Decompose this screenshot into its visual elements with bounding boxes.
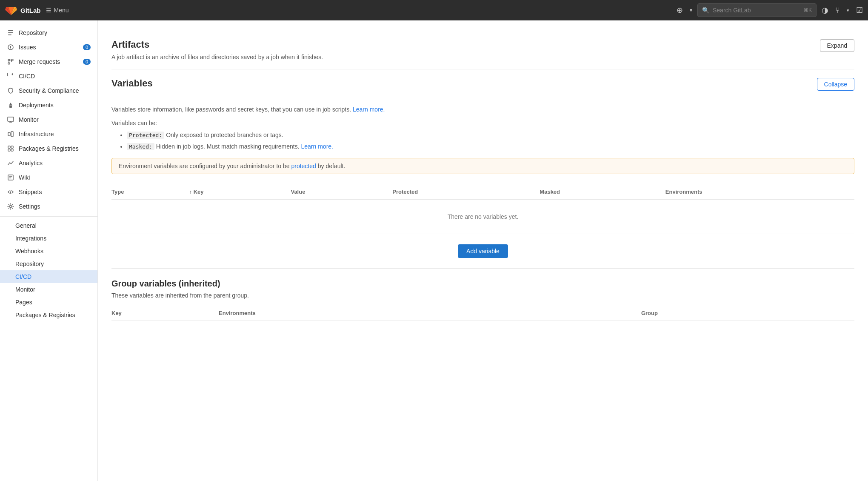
sidebar: Repository Issues 0 Merge requests 0 CI/… [0, 20, 98, 481]
group-variables-description: These variables are inherited from the p… [111, 292, 854, 299]
sidebar-sub-webhooks[interactable]: Webhooks [0, 245, 97, 258]
sidebar-item-merge-requests[interactable]: Merge requests 0 [0, 54, 97, 69]
menu-toggle[interactable]: ☰ Menu [46, 7, 69, 14]
artifacts-header: Artifacts A job artifact is an archive o… [111, 31, 854, 69]
sidebar-sub-repository[interactable]: Repository [0, 258, 97, 270]
artifacts-section: Artifacts A job artifact is an archive o… [111, 31, 854, 69]
sidebar-item-security[interactable]: Security & Compliance [0, 83, 97, 98]
gitlab-logo[interactable]: GitLab [5, 4, 41, 16]
sidebar-item-deployments[interactable]: Deployments [0, 98, 97, 112]
merge-request-icon[interactable]: ⑂ [835, 6, 840, 15]
svg-point-19 [10, 206, 12, 208]
svg-rect-14 [8, 146, 10, 148]
issues-icon [7, 43, 14, 51]
masked-code: Masked: [127, 143, 154, 150]
sidebar-sub-packages[interactable]: Packages & Registries [0, 309, 97, 321]
group-variables-section: Group variables (inherited) These variab… [111, 275, 854, 321]
col-protected: Protected [387, 184, 534, 200]
chevron-down-icon[interactable]: ▾ [690, 7, 692, 13]
variables-empty-row: There are no variables yet. [111, 200, 854, 234]
group-col-environments: Environments [214, 306, 636, 321]
sidebar-sub-monitor[interactable]: Monitor [0, 283, 97, 296]
search-icon: 🔍 [702, 7, 709, 14]
svg-rect-10 [9, 106, 12, 108]
theme-icon[interactable]: ◑ [822, 6, 828, 15]
sidebar-divider [0, 216, 97, 217]
artifacts-description: A job artifact is an archive of files an… [111, 54, 323, 60]
merge-requests-icon [7, 58, 14, 66]
col-masked: Masked [534, 184, 660, 200]
variables-table: Type ↑ Key Value Protected Masked Enviro… [111, 184, 854, 234]
shield-icon [7, 87, 14, 94]
add-icon[interactable]: ⊕ [677, 6, 683, 15]
key-sort-icon: ↑ [189, 189, 192, 195]
protected-code: Protected: [127, 132, 164, 139]
sidebar-item-snippets[interactable]: Snippets [0, 185, 97, 199]
protected-link[interactable]: protected [291, 163, 316, 169]
variables-bullets-list: Protected: Only exposed to protected bra… [111, 131, 854, 151]
variables-description: Variables store information, like passwo… [111, 106, 854, 113]
infrastructure-icon [7, 130, 14, 138]
variables-table-head: Type ↑ Key Value Protected Masked Enviro… [111, 184, 854, 234]
sidebar-item-repository[interactable]: Repository [0, 26, 97, 40]
repository-icon [7, 29, 14, 37]
search-input[interactable] [713, 7, 800, 14]
variables-empty-message: There are no variables yet. [111, 200, 854, 234]
variables-collapse-button[interactable]: Collapse [817, 78, 854, 91]
group-variables-header-row: Key Environments Group [111, 306, 854, 321]
todo-icon[interactable]: ☑ [856, 6, 863, 15]
sidebar-item-packages[interactable]: Packages & Registries [0, 141, 97, 156]
col-key[interactable]: ↑ Key [184, 184, 286, 200]
sidebar-item-monitor[interactable]: Monitor [0, 112, 97, 127]
svg-point-6 [8, 59, 10, 61]
deployments-icon [7, 101, 14, 109]
settings-icon [7, 203, 14, 210]
chevron-merge-icon[interactable]: ▾ [847, 8, 849, 13]
variables-bullet-masked: Masked: Hidden in job logs. Must match m… [127, 142, 854, 151]
search-bar[interactable]: 🔍 ⌘K [697, 3, 817, 17]
variables-list-intro: Variables can be: [111, 120, 854, 126]
sidebar-item-infrastructure[interactable]: Infrastructure [0, 127, 97, 141]
add-variable-button[interactable]: Add variable [458, 244, 508, 258]
sidebar-item-settings[interactable]: Settings [0, 199, 97, 214]
sidebar-sub-pages[interactable]: Pages [0, 296, 97, 309]
artifacts-header-left: Artifacts A job artifact is an archive o… [111, 39, 323, 60]
svg-rect-12 [8, 132, 10, 136]
sidebar-item-issues[interactable]: Issues 0 [0, 40, 97, 54]
variables-alert: Environment variables are configured by … [111, 158, 854, 174]
sidebar-item-cicd[interactable]: CI/CD [0, 69, 97, 83]
svg-rect-4 [10, 46, 11, 48]
svg-rect-16 [8, 149, 10, 151]
masked-learn-more-link[interactable]: Learn more. [301, 143, 333, 150]
snippets-icon [7, 188, 14, 196]
issues-badge: 0 [83, 44, 91, 50]
variables-bullet-protected: Protected: Only exposed to protected bra… [127, 131, 854, 140]
main-content: Artifacts A job artifact is an archive o… [98, 20, 868, 481]
variables-learn-more-link[interactable]: Learn more. [353, 106, 385, 113]
sidebar-item-analytics[interactable]: Analytics [0, 156, 97, 170]
svg-rect-13 [11, 132, 13, 137]
col-value: Value [286, 184, 387, 200]
svg-rect-1 [8, 32, 13, 33]
variables-section: Variables Collapse Variables store infor… [111, 69, 854, 275]
sidebar-sub-cicd[interactable]: CI/CD [0, 270, 97, 283]
analytics-icon [7, 159, 14, 167]
search-shortcut: ⌘K [803, 7, 812, 13]
sidebar-sub-integrations[interactable]: Integrations [0, 232, 97, 245]
svg-rect-15 [11, 146, 13, 148]
variables-table-header-row: Type ↑ Key Value Protected Masked Enviro… [111, 184, 854, 200]
group-col-group: Group [636, 306, 854, 321]
vars-divider-2 [111, 268, 854, 269]
svg-rect-17 [11, 149, 13, 151]
svg-point-7 [8, 63, 10, 64]
variables-title: Variables [111, 78, 153, 89]
cicd-icon [7, 72, 14, 80]
svg-rect-2 [8, 34, 11, 35]
group-variables-title: Group variables (inherited) [111, 279, 854, 289]
group-col-key: Key [111, 306, 214, 321]
artifacts-expand-button[interactable]: Expand [820, 39, 854, 52]
sidebar-sub-general[interactable]: General [0, 219, 97, 232]
variables-header: Variables Collapse [111, 69, 854, 99]
col-type: Type [111, 184, 184, 200]
sidebar-item-wiki[interactable]: Wiki [0, 170, 97, 185]
